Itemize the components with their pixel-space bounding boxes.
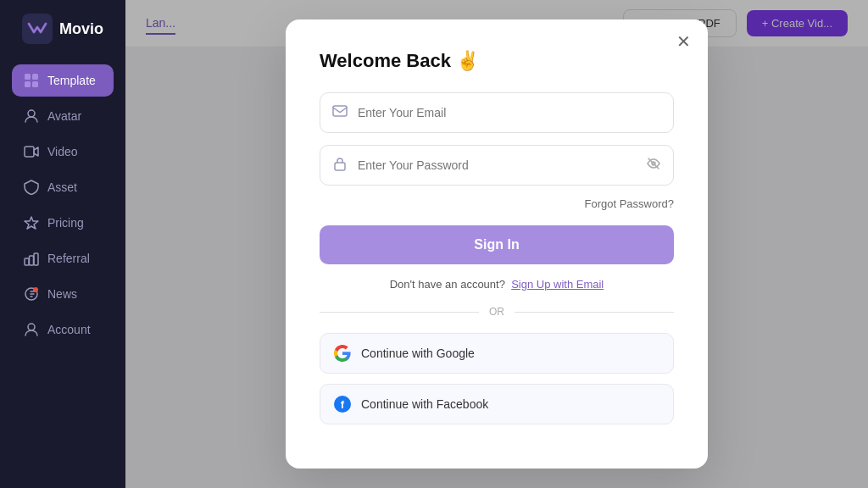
password-toggle-icon[interactable]	[646, 156, 661, 175]
svg-rect-9	[30, 256, 34, 265]
forgot-password-link[interactable]: Forgot Password?	[320, 197, 674, 210]
asset-icon	[24, 180, 39, 195]
sidebar-item-referral-label: Referral	[47, 252, 90, 265]
divider-text: OR	[489, 306, 504, 318]
email-input-group	[320, 92, 674, 133]
email-icon	[332, 103, 348, 122]
svg-point-13	[28, 324, 35, 330]
sidebar-item-pricing[interactable]: Pricing	[12, 207, 114, 239]
divider-line-right	[515, 312, 674, 313]
avatar-icon	[24, 108, 39, 124]
svg-rect-14	[333, 106, 347, 116]
facebook-signin-button[interactable]: f Continue with Facebook	[320, 384, 674, 424]
svg-point-5	[28, 110, 35, 117]
template-icon	[24, 73, 39, 88]
close-button[interactable]: ✕	[676, 33, 691, 50]
logo: Movio	[8, 14, 117, 44]
svg-rect-6	[25, 147, 34, 157]
svg-rect-10	[34, 253, 38, 265]
sidebar-item-video-label: Video	[47, 145, 78, 158]
pricing-icon	[24, 215, 39, 230]
email-field[interactable]	[358, 106, 661, 119]
svg-rect-2	[32, 74, 38, 80]
sidebar-item-news-label: News	[47, 287, 77, 301]
password-field[interactable]	[358, 158, 636, 172]
divider: OR	[320, 306, 674, 318]
svg-rect-8	[25, 258, 29, 265]
password-input-group	[320, 145, 674, 186]
svg-rect-1	[25, 74, 31, 80]
sidebar-item-referral[interactable]: Referral	[12, 242, 114, 274]
sidebar-item-asset-label: Asset	[47, 180, 77, 194]
account-icon	[24, 322, 39, 337]
facebook-icon: f	[334, 396, 351, 413]
svg-rect-3	[25, 81, 31, 87]
svg-rect-15	[335, 163, 345, 170]
sidebar-item-template-label: Template	[47, 74, 96, 87]
sidebar-item-account-label: Account	[47, 323, 91, 336]
signup-link[interactable]: Sign Up with Email	[511, 278, 604, 291]
modal-overlay: ✕ Welcome Back ✌️	[125, 0, 868, 488]
signup-text: Don't have an account? Sign Up with Emai…	[320, 278, 674, 291]
login-modal: ✕ Welcome Back ✌️	[286, 19, 708, 469]
lock-icon	[332, 156, 348, 175]
google-btn-label: Continue with Google	[361, 347, 475, 360]
sidebar-item-video[interactable]: Video	[12, 136, 114, 168]
divider-line-left	[320, 312, 479, 313]
sidebar-item-avatar[interactable]: Avatar	[12, 100, 114, 132]
svg-marker-7	[25, 217, 38, 229]
sidebar-item-pricing-label: Pricing	[47, 216, 84, 230]
modal-title: Welcome Back ✌️	[320, 50, 674, 72]
svg-rect-4	[32, 81, 38, 87]
sidebar-item-asset[interactable]: Asset	[12, 171, 114, 203]
sidebar-item-avatar-label: Avatar	[47, 109, 81, 123]
sidebar-item-news[interactable]: News	[12, 278, 114, 310]
referral-icon	[24, 251, 39, 266]
google-signin-button[interactable]: Continue with Google	[320, 333, 674, 374]
sign-in-button[interactable]: Sign In	[320, 225, 674, 264]
video-icon	[24, 144, 39, 159]
main-content: Lan... Import PPT/PDF + Create Vid... ✕ …	[125, 0, 868, 488]
logo-text: Movio	[59, 20, 103, 38]
news-icon	[24, 286, 39, 302]
sidebar-item-account[interactable]: Account	[12, 313, 114, 346]
sidebar-item-template[interactable]: Template	[12, 64, 114, 97]
sidebar: Movio Template Avatar	[0, 0, 125, 488]
google-icon	[334, 345, 351, 362]
facebook-btn-label: Continue with Facebook	[361, 397, 488, 411]
